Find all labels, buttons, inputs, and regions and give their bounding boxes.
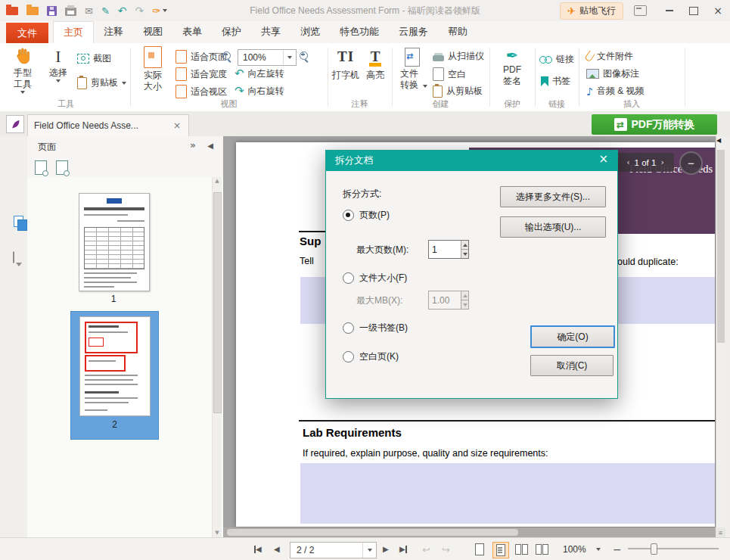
tab-help[interactable]: 帮助 (438, 21, 477, 42)
spin-up-button[interactable] (461, 291, 468, 300)
page-indicator-box[interactable]: 2 / 2 (290, 542, 377, 558)
audio-video-button[interactable]: ♪ 音频 & 视频 (586, 85, 645, 98)
brush-tool-button[interactable]: ✑ (152, 6, 167, 16)
floating-zoom-out-button[interactable]: − (679, 151, 703, 175)
document-tab[interactable]: Field Office Needs Asse... × (27, 114, 189, 136)
next-page-button[interactable]: ▶ (383, 538, 389, 560)
rotate-left-button[interactable]: ↶ 向左旋转 (235, 67, 284, 80)
convert-file-button[interactable]: 文件转换 (396, 48, 428, 91)
promo-button[interactable]: ✈ 贴地飞行 (560, 2, 623, 20)
continuous-facing-view-button[interactable] (534, 542, 549, 557)
scrollbar-thumb[interactable] (227, 529, 518, 536)
from-clipboard-button[interactable]: 从剪贴板 (433, 85, 483, 98)
radio-bookmarks[interactable]: 一级书签(B) (343, 322, 408, 334)
tab-home[interactable]: 主页 (53, 21, 94, 44)
tab-form[interactable]: 表单 (172, 21, 212, 42)
zoom-slider-thumb[interactable] (651, 543, 657, 555)
pdf-convert-button[interactable]: ⇄ PDF万能转换 (592, 114, 717, 135)
radio-blank-page[interactable]: 空白页(K) (343, 350, 399, 363)
select-more-files-button[interactable]: 选择更多文件(S)... (500, 186, 606, 207)
zoom-in-button[interactable] (300, 51, 308, 60)
tab-protect[interactable]: 保护 (212, 21, 251, 42)
collapse-arrow-icon[interactable]: ◀ (716, 138, 721, 144)
next-page-icon[interactable]: › (660, 157, 663, 167)
tab-close-icon[interactable]: × (172, 121, 182, 130)
save-icon[interactable] (47, 6, 57, 16)
typewriter-button[interactable]: TI 打字机 (331, 48, 361, 81)
zoom-dropdown-button[interactable] (596, 538, 601, 560)
print-icon[interactable] (65, 8, 76, 16)
previous-view-button[interactable]: ↩ (422, 538, 430, 560)
tab-share[interactable]: 共享 (251, 21, 290, 42)
tab-comment[interactable]: 注释 (94, 21, 133, 42)
panel-expand-icon[interactable]: » (190, 140, 196, 150)
max-pages-input[interactable] (429, 241, 461, 258)
tab-features[interactable]: 特色功能 (330, 21, 389, 42)
output-options-button[interactable]: 输出选项(U)... (500, 216, 606, 238)
edit-icon[interactable]: ✎ (101, 6, 110, 16)
fit-visible-button[interactable]: 适合视区 (176, 85, 227, 98)
pdf-sign-button[interactable]: ✒ PDF签名 (496, 48, 528, 87)
scrollbar-thumb[interactable] (213, 192, 222, 413)
previous-page-button[interactable]: ◀ (274, 538, 280, 560)
link-button[interactable]: 链接 (539, 53, 574, 66)
radio-pages[interactable]: 页数(P) (343, 209, 390, 222)
dialog-close-icon[interactable]: × (595, 154, 611, 165)
zoom-level-combobox[interactable]: 100% (238, 49, 297, 66)
thumbnail-scrollbar[interactable]: ▲ ▼ (212, 177, 222, 537)
undo-icon[interactable]: ↶ (118, 5, 127, 16)
snapshot-button[interactable]: 截图 (77, 52, 111, 65)
fit-page-button[interactable]: 适合页面 (176, 50, 227, 64)
thumbnail-zoom-out-button[interactable] (35, 160, 47, 175)
scrollbar-thumb[interactable] (717, 150, 725, 343)
zoom-out-button[interactable] (222, 51, 231, 60)
spin-down-button[interactable] (461, 300, 468, 309)
rotate-right-button[interactable]: ↷ 向右旋转 (235, 85, 284, 98)
spin-up-button[interactable] (461, 241, 468, 249)
file-attachment-button[interactable]: 文件附件 (586, 50, 633, 63)
page-thumbnail-1[interactable] (79, 193, 150, 291)
highlight-button[interactable]: T 高亮 (362, 48, 388, 81)
form-field-lab[interactable] (300, 463, 715, 524)
tab-view[interactable]: 视图 (133, 21, 172, 42)
foxit-logo[interactable] (6, 115, 24, 133)
skin-icon[interactable] (634, 5, 647, 16)
prev-page-icon[interactable]: ‹ (626, 157, 629, 167)
spin-down-button[interactable] (461, 249, 468, 258)
dialog-title-bar[interactable]: 拆分文档 × (326, 151, 617, 171)
first-page-button[interactable]: ◀ (254, 538, 262, 560)
thumbnail-zoom-in-button[interactable] (56, 160, 68, 175)
page-thumbnail-2[interactable] (79, 316, 151, 416)
scroll-up-icon[interactable]: ▲ (213, 179, 222, 184)
scroll-corner-menu[interactable]: ≡ (716, 527, 725, 537)
blank-page-button[interactable]: 空白 (433, 67, 466, 81)
horizontal-scrollbar[interactable] (223, 527, 716, 537)
cancel-button[interactable]: 取消(C) (530, 355, 614, 376)
radio-file-size[interactable]: 文件大小(F) (343, 272, 407, 285)
facing-view-button[interactable] (514, 542, 529, 557)
actual-size-button[interactable]: 实际大小 (136, 46, 169, 92)
fit-width-button[interactable]: 适合宽度 (176, 67, 227, 81)
email-icon[interactable]: ✉ (85, 6, 93, 16)
comments-panel-button[interactable] (13, 252, 14, 263)
tab-file[interactable]: 文件 (6, 23, 48, 43)
tab-cloud[interactable]: 云服务 (389, 21, 438, 42)
vertical-scrollbar[interactable] (716, 136, 725, 527)
next-view-button[interactable]: ↪ (442, 538, 450, 560)
image-annotation-button[interactable]: 图像标注 (586, 67, 639, 80)
tab-browse[interactable]: 浏览 (290, 21, 330, 42)
page-thumbnail-2-selection[interactable]: 2 (70, 311, 159, 440)
clipboard-button[interactable]: 剪贴板 (77, 76, 126, 89)
select-tool-button[interactable]: I 选择 (44, 48, 73, 82)
close-button[interactable]: × (706, 0, 730, 21)
scroll-down-icon[interactable]: ▼ (213, 530, 222, 536)
zoom-slider-track[interactable] (628, 548, 719, 549)
continuous-view-button[interactable] (492, 542, 509, 558)
zoom-out-button[interactable]: − (613, 538, 622, 560)
redo-icon[interactable]: ↷ (135, 5, 144, 16)
max-mb-input[interactable] (429, 291, 461, 309)
bookmark-button[interactable]: 书签 (541, 75, 570, 88)
open-file-icon[interactable] (26, 7, 39, 15)
hand-tool-button[interactable]: 手型工具 (6, 46, 39, 94)
last-page-button[interactable]: ▶ (399, 538, 407, 560)
